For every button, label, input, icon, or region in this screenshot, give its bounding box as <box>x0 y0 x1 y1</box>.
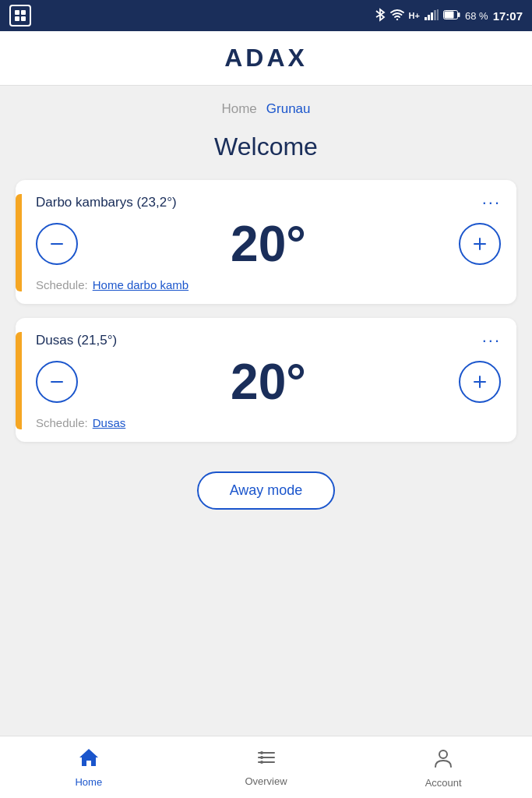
card-header-1: Darbo kambarys (23,2°) ··· <box>36 194 501 211</box>
svg-rect-9 <box>437 9 439 20</box>
bottom-nav: Home Overview Account <box>0 736 532 798</box>
overview-icon <box>255 748 277 772</box>
bluetooth-icon <box>375 8 386 24</box>
nav-home[interactable]: Home <box>0 736 178 798</box>
card-accent-2 <box>16 332 22 429</box>
welcome-title: Welcome <box>16 132 516 161</box>
signal-icon <box>425 9 439 23</box>
increase-btn-2[interactable] <box>459 361 501 403</box>
nav-account-label: Account <box>425 777 462 789</box>
svg-point-25 <box>439 750 447 758</box>
schedule-label-2: Schedule: <box>36 416 88 429</box>
svg-rect-7 <box>431 12 433 20</box>
card-accent-1 <box>16 194 22 291</box>
card-body-2: Dusas (21,5°) ··· 20° Schedul <box>36 332 501 429</box>
away-mode-container: Away mode <box>16 456 516 525</box>
card-header-2: Dusas (21,5°) ··· <box>36 332 501 349</box>
nav-overview-label: Overview <box>245 775 287 787</box>
card-title-1: Darbo kambarys (23,2°) <box>36 195 177 210</box>
app-logo: ADAX <box>224 44 308 72</box>
card-menu-1[interactable]: ··· <box>482 194 501 211</box>
increase-btn-1[interactable] <box>459 223 501 265</box>
svg-point-4 <box>396 18 397 19</box>
breadcrumb-home[interactable]: Home <box>221 101 256 117</box>
clock: 17:07 <box>493 9 523 23</box>
card-controls-2: 20° <box>36 357 501 407</box>
svg-rect-8 <box>434 10 436 20</box>
svg-rect-3 <box>21 16 26 21</box>
svg-rect-6 <box>428 15 430 20</box>
battery-icon <box>443 10 460 22</box>
svg-rect-1 <box>21 10 26 15</box>
svg-rect-2 <box>15 16 19 21</box>
away-mode-button[interactable]: Away mode <box>197 471 336 510</box>
breadcrumb: Home Grunau <box>16 101 516 117</box>
schedule-link-1[interactable]: Home darbo kamb <box>93 278 188 291</box>
card-menu-2[interactable]: ··· <box>482 332 501 349</box>
main-content: Home Grunau Welcome Darbo kambarys (23,2… <box>0 86 532 736</box>
breadcrumb-current[interactable]: Grunau <box>266 101 311 117</box>
device-card-2: Dusas (21,5°) ··· 20° Schedul <box>16 318 516 442</box>
device-card-1: Darbo kambarys (23,2°) ··· 20° <box>16 180 516 304</box>
svg-point-22 <box>260 751 263 754</box>
network-icon: H+ <box>409 11 420 20</box>
svg-rect-11 <box>458 12 460 17</box>
svg-rect-5 <box>425 17 427 20</box>
temperature-display-2: 20° <box>231 357 306 407</box>
nav-home-label: Home <box>75 776 102 788</box>
app-header: ADAX <box>0 31 532 86</box>
decrease-btn-1[interactable] <box>36 223 78 265</box>
wifi-icon <box>390 9 404 23</box>
nav-overview[interactable]: Overview <box>178 736 355 798</box>
card-body-1: Darbo kambarys (23,2°) ··· 20° <box>36 194 501 291</box>
card-schedule-2: Schedule: Dusas <box>36 416 501 429</box>
card-title-2: Dusas (21,5°) <box>36 333 117 348</box>
status-bar: H+ 68 % 17:07 <box>0 0 532 31</box>
svg-point-23 <box>260 756 263 759</box>
svg-point-24 <box>260 761 263 764</box>
svg-rect-12 <box>444 11 453 18</box>
svg-rect-0 <box>15 10 19 15</box>
temperature-display-1: 20° <box>231 219 306 269</box>
schedule-label-1: Schedule: <box>36 278 88 291</box>
app-icon <box>9 5 31 26</box>
home-icon <box>78 747 100 773</box>
battery-percent: 68 % <box>465 10 488 22</box>
card-controls-1: 20° <box>36 219 501 269</box>
nav-account[interactable]: Account <box>354 736 532 798</box>
schedule-link-2[interactable]: Dusas <box>93 416 126 429</box>
card-schedule-1: Schedule: Home darbo kamb <box>36 278 501 291</box>
decrease-btn-2[interactable] <box>36 361 78 403</box>
account-icon <box>432 747 454 774</box>
